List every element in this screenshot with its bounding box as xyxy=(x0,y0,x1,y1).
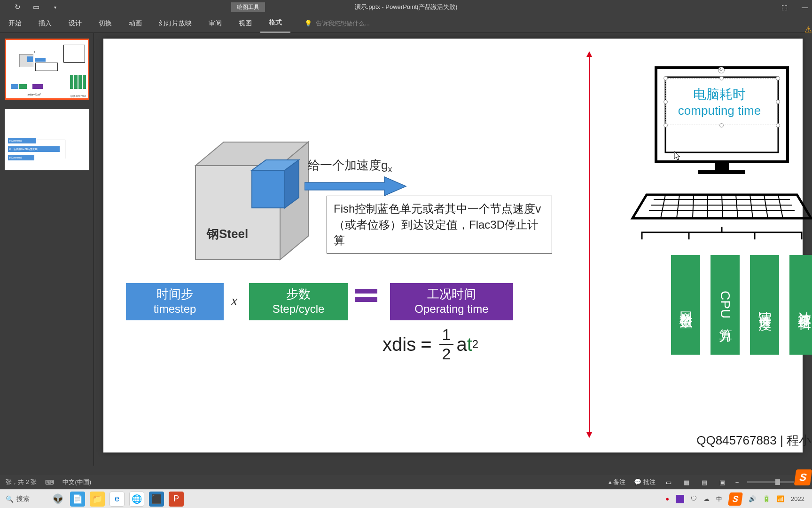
slideshow-view-icon[interactable]: ▣ xyxy=(718,478,727,486)
tab-review[interactable]: 审阅 xyxy=(200,14,230,33)
svg-marker-24 xyxy=(674,151,680,160)
tell-me-placeholder: 告诉我您想做什么... xyxy=(316,19,370,28)
equals-symbol xyxy=(355,289,377,306)
powerpoint-icon[interactable]: P xyxy=(166,491,186,507)
reading-view-icon[interactable]: ▤ xyxy=(700,478,709,486)
window-title: 演示.pptx - PowerPoint(产品激活失败) xyxy=(0,3,812,11)
svg-line-17 xyxy=(693,195,694,218)
tray-record-icon[interactable]: ● xyxy=(665,495,669,502)
gbar-io-speed[interactable]: 读写速度 xyxy=(750,255,779,355)
tray-sogou-icon[interactable]: S xyxy=(728,492,743,506)
ribbon-display-icon[interactable]: ⬚ xyxy=(781,3,788,11)
language-label[interactable]: 中文(中国) xyxy=(62,478,91,486)
tray-purple-icon[interactable] xyxy=(676,495,684,503)
explorer-icon[interactable]: 📁 xyxy=(87,491,107,507)
slide-thumbnail-pane[interactable]: g xdis=½at² QQ845767883 的Command xyxy=(0,33,94,466)
steel-cube-shape[interactable] xyxy=(191,137,318,269)
formula-den: 2 xyxy=(439,345,454,363)
windows-taskbar: 🔍 搜索 👽 📄 📁 e 🌐 ⬛ P ● 🛡 ☁ 中 S 🔊 🔋 📶 2022 … xyxy=(0,489,812,508)
slide-count: 张，共 2 张 xyxy=(6,478,37,486)
gbar-cpu[interactable]: CPU算力 xyxy=(710,255,740,355)
tab-slideshow[interactable]: 幻灯片放映 xyxy=(150,14,200,33)
fish-description-box[interactable]: Fish控制蓝色单元或者其中一个节点速度v（或者位移）到达设定值，Flac3D停… xyxy=(327,196,552,254)
tell-me-search[interactable]: 💡 告诉我您想做什么... xyxy=(304,19,370,28)
comments-button[interactable]: 💬 批注 xyxy=(634,478,656,486)
qat-dropdown-icon[interactable]: ▾ xyxy=(51,3,59,11)
thumb2-label-a: 的Command xyxy=(8,138,36,143)
sel-handle-n[interactable] xyxy=(719,76,724,80)
refresh-icon[interactable]: ↻ xyxy=(13,3,22,11)
tab-design[interactable]: 设计 xyxy=(60,14,90,33)
displacement-formula[interactable]: xdis = 1 2 at2 xyxy=(383,325,478,363)
tray-battery-icon[interactable]: 🔋 xyxy=(763,495,770,502)
operating-time-chip[interactable]: 工况时间 Operating time xyxy=(390,283,513,320)
touch-mode-icon[interactable]: ▭ xyxy=(32,3,40,11)
sel-handle-ne[interactable] xyxy=(776,76,780,80)
thumbnail-slide-2[interactable]: 的Command 码（会调用Flac3D内置变量） 的Command xyxy=(5,109,89,170)
thumb2-label-c: 的Command xyxy=(8,155,34,160)
optime-en: Operating time xyxy=(390,302,513,316)
thumbnail-slide-1[interactable]: g xdis=½at² QQ845767883 xyxy=(5,39,89,100)
svg-marker-3 xyxy=(252,170,285,208)
tab-animation[interactable]: 动画 xyxy=(120,14,150,33)
svg-line-22 xyxy=(764,195,768,218)
arrow-right-icon[interactable] xyxy=(304,176,408,197)
notepad-icon[interactable]: 📄 xyxy=(68,491,87,507)
lightbulb-icon: 💡 xyxy=(304,20,312,27)
optime-zh: 工况时间 xyxy=(390,286,513,302)
sel-handle-s[interactable] xyxy=(719,123,724,127)
notes-button[interactable]: ▴ 备注 xyxy=(609,478,626,486)
status-bar: 张，共 2 张 ⌨ 中文(中国) ▴ 备注 💬 批注 ▭ ▦ ▤ ▣ − + xyxy=(0,475,812,489)
tray-cloud-icon[interactable]: ☁ xyxy=(703,495,710,502)
pc-zh: 电脑耗时 xyxy=(628,86,811,103)
tray-ime[interactable]: 中 xyxy=(716,495,722,503)
pc-en: computing time xyxy=(628,103,811,118)
tray-shield-icon[interactable]: 🛡 xyxy=(691,495,697,502)
sel-handle-sw[interactable] xyxy=(664,123,668,127)
formula-num: 1 xyxy=(439,325,454,345)
tray-sogou-float-icon[interactable]: S xyxy=(794,469,812,485)
acceleration-label: 给一个加速度gx xyxy=(308,157,392,175)
slide-canvas[interactable]: 钢Steel 给一个加速度gx Fish控制蓝色单元或者其中一个节点速度v（或者… xyxy=(103,39,803,452)
zoom-out-icon[interactable]: − xyxy=(735,479,739,486)
keyboard-icon[interactable]: ⌨ xyxy=(45,479,54,486)
tab-view[interactable]: 视图 xyxy=(230,14,260,33)
edge-icon[interactable]: e xyxy=(107,491,127,507)
svg-line-15 xyxy=(661,195,665,218)
timestep-zh: 时间步 xyxy=(126,286,224,302)
timestep-en: timestep xyxy=(126,302,224,316)
svg-rect-9 xyxy=(715,162,729,170)
svg-line-20 xyxy=(736,195,738,218)
step-chip[interactable]: 步数 Step/cycle xyxy=(249,283,348,320)
computer-group[interactable]: 电脑耗时 computing time xyxy=(628,54,811,230)
app-blue-icon[interactable]: ⬛ xyxy=(147,491,166,507)
minimize-icon[interactable]: — xyxy=(802,3,808,11)
svg-rect-10 xyxy=(698,170,745,174)
taskbar-search[interactable]: 🔍 搜索 xyxy=(3,492,48,506)
rotate-handle[interactable] xyxy=(718,67,725,73)
tab-insert[interactable]: 插入 xyxy=(30,14,60,33)
timestep-chip[interactable]: 时间步 timestep xyxy=(126,283,224,320)
alienware-icon[interactable]: 👽 xyxy=(48,491,68,507)
svg-line-19 xyxy=(722,195,723,218)
zoom-slider[interactable] xyxy=(747,481,794,483)
tray-date[interactable]: 2022 xyxy=(791,495,804,502)
computer-time-label[interactable]: 电脑耗时 computing time xyxy=(628,86,811,118)
normal-view-icon[interactable]: ▭ xyxy=(664,478,673,486)
tab-home[interactable]: 开始 xyxy=(0,14,30,33)
sorter-view-icon[interactable]: ▦ xyxy=(682,478,691,486)
tab-transition[interactable]: 切换 xyxy=(90,14,120,33)
alert-icon[interactable]: ⚠ xyxy=(804,24,812,35)
tray-wifi-icon[interactable]: 📶 xyxy=(777,495,784,502)
chrome-icon[interactable]: 🌐 xyxy=(127,491,147,507)
formula-lhs: xdis xyxy=(383,334,416,355)
step-zh: 步数 xyxy=(249,286,348,302)
gbar-logic[interactable]: 计算逻辑 xyxy=(789,255,812,355)
tab-format[interactable]: 格式 xyxy=(260,14,290,33)
svg-line-23 xyxy=(778,195,783,218)
sel-handle-nw[interactable] xyxy=(664,76,668,80)
gbar-grid-count[interactable]: 网格数量 xyxy=(671,255,700,355)
sel-handle-se[interactable] xyxy=(776,123,780,127)
dimension-line[interactable] xyxy=(589,52,590,437)
tray-volume-icon[interactable]: 🔊 xyxy=(749,495,756,502)
